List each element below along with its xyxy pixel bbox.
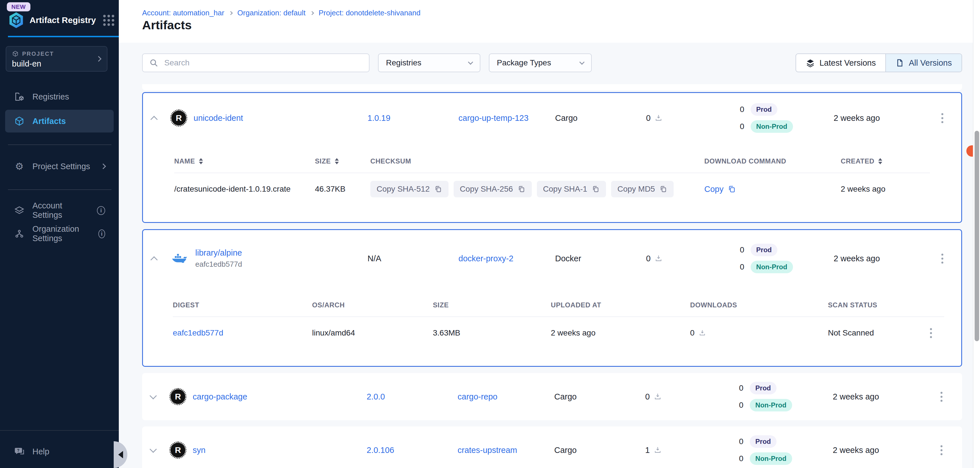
sort-icon [878, 158, 882, 164]
column-header-size[interactable]: SIZE [315, 157, 370, 165]
all-versions-button[interactable]: All Versions [885, 54, 961, 72]
row-menu-kebab-icon[interactable] [938, 443, 945, 457]
size-value: 3.63MB [433, 328, 551, 337]
sidebar-item-project-settings[interactable]: ⚙︎ Project Settings [5, 155, 114, 178]
scrollbar-track[interactable] [973, 0, 980, 468]
row-menu-kebab-icon[interactable] [938, 390, 945, 404]
artifact-name-link[interactable]: library/alpine [195, 248, 242, 258]
sidebar-item-organization-settings[interactable]: Organization Settings i [5, 222, 114, 245]
artifact-name-link[interactable]: unicode-ident [194, 113, 243, 123]
artifact-version-link[interactable]: 1.0.19 [368, 113, 458, 123]
artifact-registry-logo-icon [8, 12, 24, 29]
prod-badge: Prod [751, 103, 778, 116]
sidebar-item-registries[interactable]: Registries [5, 85, 114, 108]
copy-sha1-button[interactable]: Copy SHA-1 [537, 181, 606, 197]
sidebar-item-label: Project Settings [32, 162, 90, 171]
row-menu-kebab-icon[interactable] [939, 111, 946, 126]
file-created: 2 weeks ago [841, 185, 932, 194]
artifact-card-cargo-package: R cargo-package 2.0.0 cargo-repo Cargo 0… [142, 373, 962, 420]
cargo-package-icon: R [172, 111, 186, 126]
artifact-card-unicode-ident: R unicode-ident 1.0.19 cargo-up-temp-123… [142, 92, 962, 223]
package-type: Cargo [554, 392, 645, 401]
artifact-version-link[interactable]: 2.0.106 [367, 446, 458, 455]
copy-sha256-button[interactable]: Copy SHA-256 [453, 181, 532, 197]
download-count: 0 [646, 254, 651, 263]
os-arch-value: linux/amd64 [312, 328, 433, 337]
digest-link[interactable]: eafc1edb577d [173, 328, 312, 337]
file-size: 46.37KB [315, 185, 370, 194]
copy-md5-button[interactable]: Copy MD5 [611, 181, 674, 197]
artifact-list: R unicode-ident 1.0.19 cargo-up-temp-123… [142, 84, 962, 468]
info-icon[interactable]: i [98, 229, 105, 238]
project-selector[interactable]: PROJECT build-en [6, 46, 107, 72]
prod-count: 0 [739, 384, 743, 393]
column-header-checksum: CHECKSUM [370, 157, 704, 165]
toolbar: Registries Package Types Latest Versions [142, 53, 962, 72]
cargo-package-icon: R [170, 389, 185, 404]
artifact-name-link[interactable]: cargo-package [193, 392, 247, 401]
row-menu-kebab-icon[interactable] [939, 252, 946, 266]
expand-chevron-icon[interactable] [150, 392, 157, 399]
row-menu-kebab-icon[interactable] [928, 326, 934, 340]
all-versions-label: All Versions [908, 58, 952, 68]
download-count: 1 [645, 446, 650, 455]
column-header-name[interactable]: NAME [174, 157, 315, 165]
nonprod-count: 0 [739, 401, 743, 410]
scrolled-row-remnant [142, 84, 962, 91]
app-grid-menu-icon[interactable] [103, 15, 114, 26]
copy-sha512-button[interactable]: Copy SHA-512 [370, 181, 449, 197]
docker-detail-table: DIGEST OS/ARCH SIZE UPLOADED AT DOWNLOAD… [143, 287, 961, 366]
collapse-arrow-icon [118, 451, 123, 458]
registries-filter-dropdown[interactable]: Registries [378, 53, 480, 72]
sidebar-item-account-settings[interactable]: Account Settings i [5, 199, 114, 222]
layers-icon [806, 58, 815, 67]
prod-badge: Prod [750, 382, 777, 394]
column-header-created[interactable]: CREATED [841, 157, 932, 165]
search-box [142, 53, 369, 72]
chevron-right-icon [100, 164, 106, 169]
copy-download-command-button[interactable]: Copy [704, 185, 841, 194]
package-types-filter-dropdown[interactable]: Package Types [489, 53, 592, 72]
info-icon[interactable]: i [97, 206, 105, 215]
sidebar-item-help[interactable]: ? Help [5, 440, 114, 463]
sidebar-divider [8, 145, 111, 145]
search-icon [149, 58, 159, 68]
sidebar-item-label: Artifacts [32, 116, 66, 126]
artifact-version-link[interactable]: 2.0.0 [367, 392, 458, 401]
new-badge: NEW [7, 2, 30, 11]
artifact-registry-link[interactable]: cargo-up-temp-123 [458, 113, 555, 123]
app-title: Artifact Registry [30, 15, 96, 25]
sidebar-item-label: Registries [32, 92, 69, 102]
breadcrumb-org-link[interactable]: Organization: default [237, 8, 305, 18]
artifact-card-syn: R syn 2.0.106 crates-upstream Cargo 1 0 [142, 427, 962, 468]
breadcrumb-project-link[interactable]: Project: donotdelete-shivanand [318, 8, 420, 18]
download-icon [654, 393, 662, 401]
collapse-chevron-icon[interactable] [150, 256, 158, 263]
download-icon [655, 255, 662, 263]
copy-icon [728, 185, 736, 193]
copy-icon [517, 185, 525, 193]
scrollbar-thumb[interactable] [975, 131, 979, 341]
prod-count: 0 [740, 105, 745, 114]
artifact-name-link[interactable]: syn [193, 446, 205, 455]
copy-icon [659, 185, 667, 193]
accent-bar [8, 36, 119, 37]
main-content: Account: automation_har Organization: de… [119, 0, 980, 468]
breadcrumb-account-link[interactable]: Account: automation_har [142, 8, 224, 18]
downloads-value: 0 [690, 328, 695, 337]
latest-versions-button[interactable]: Latest Versions [796, 54, 885, 72]
column-header-download-command: DOWNLOAD COMMAND [704, 157, 841, 165]
nonprod-count: 0 [740, 122, 745, 131]
updated-time: 2 weeks ago [833, 446, 929, 455]
nonprod-badge: Non-Prod [751, 120, 793, 133]
prod-badge: Prod [750, 435, 777, 448]
sidebar-divider [0, 430, 119, 431]
sidebar-item-artifacts[interactable]: Artifacts [5, 110, 114, 132]
artifact-registry-link[interactable]: crates-upstream [458, 446, 554, 455]
search-input[interactable] [164, 58, 363, 68]
artifact-registry-link[interactable]: docker-proxy-2 [458, 254, 555, 263]
chevron-down-icon [468, 59, 473, 65]
artifact-registry-link[interactable]: cargo-repo [458, 392, 554, 401]
collapse-chevron-icon[interactable] [150, 116, 158, 123]
expand-chevron-icon[interactable] [150, 446, 157, 453]
